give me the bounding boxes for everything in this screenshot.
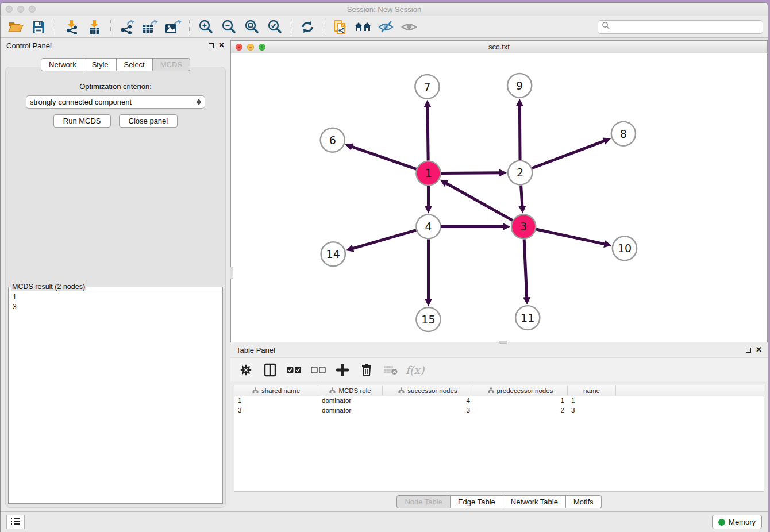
cell-successor-nodes[interactable]: 3 [383,406,473,416]
split-column-button[interactable] [261,361,279,379]
cell-successor-nodes[interactable]: 4 [383,396,473,406]
zoom-window-button[interactable] [29,6,36,13]
memory-button[interactable]: Memory [712,515,762,529]
edge-arrowhead [425,206,432,213]
graph-node-11[interactable]: 11 [515,306,540,330]
cell-name[interactable]: 3 [568,406,616,416]
cell-MCDS-role[interactable]: dominator [318,396,383,406]
zoom-selected-button[interactable] [264,18,285,36]
graph-node-3[interactable]: 3 [511,214,536,238]
home-networks-button[interactable] [353,18,374,36]
edge-1-2[interactable] [441,173,500,174]
cell-shared-name[interactable]: 3 [234,406,318,416]
edge-3-1[interactable] [446,183,513,221]
refresh-layout-button[interactable] [297,18,318,36]
graph-node-9[interactable]: 9 [507,74,532,98]
save-session-button[interactable] [28,18,49,36]
graph-node-10[interactable]: 10 [613,236,637,260]
graph-node-8[interactable]: 8 [611,122,636,146]
edge-2-3[interactable] [521,185,522,206]
import-network-button[interactable] [61,18,82,36]
mcds-result-list[interactable]: 1 3 [9,291,222,294]
tab-mcds[interactable]: MCDS [153,58,190,71]
table-toolbar: f(x) [230,357,768,381]
tab-edge-table[interactable]: Edge Table [451,495,503,508]
export-image-button[interactable] [163,18,183,36]
graph-node-6[interactable]: 6 [321,128,345,152]
tab-node-table[interactable]: Node Table [396,495,451,508]
edge-1-6[interactable] [352,147,417,169]
import-network-icon [64,20,79,34]
export-network-button[interactable] [117,18,137,36]
open-session-button[interactable] [5,18,26,36]
cell-name[interactable]: 1 [568,396,616,406]
network-window-title: scc.txt [488,43,510,51]
table-row-1[interactable]: 1dominator411 [234,396,764,406]
column-header-name[interactable]: name [568,385,616,396]
column-header-shared-name[interactable]: shared name [234,385,318,396]
run-mcds-button[interactable]: Run MCDS [53,114,111,128]
horizontal-splitter-grip[interactable] [499,341,507,344]
edge-3-10[interactable] [536,229,605,244]
column-header-MCDS-role[interactable]: MCDS role [318,385,383,396]
show-all-button[interactable] [399,18,419,36]
import-table-button[interactable] [84,18,105,36]
edge-3-11[interactable] [524,239,527,298]
deselect-columns-button[interactable] [310,361,327,379]
tab-network[interactable]: Network [41,58,84,71]
cell-predecessor-nodes[interactable]: 1 [473,396,568,406]
graph-node-15[interactable]: 15 [416,307,440,331]
edge-2-9[interactable] [519,106,520,160]
float-table-panel-icon[interactable] [746,348,751,353]
graph-node-1[interactable]: 1 [416,161,440,186]
tab-select[interactable]: Select [117,58,153,71]
cell-MCDS-role[interactable]: dominator [318,406,383,416]
hide-selected-button[interactable] [376,18,396,36]
memory-status-icon [718,519,725,526]
select-all-columns-button[interactable] [286,361,303,379]
criterion-select[interactable]: strongly connected component [26,95,205,109]
graph-node-14[interactable]: 14 [321,242,345,266]
zoom-fit-button[interactable] [241,18,262,36]
cell-shared-name[interactable]: 1 [234,396,318,406]
task-history-button[interactable] [6,515,25,529]
network-zoom-button[interactable]: + [259,44,265,51]
delete-table-button[interactable] [382,361,399,379]
edge-1-7[interactable] [428,107,428,161]
function-builder-button[interactable]: f(x) [406,361,424,379]
graph-node-2[interactable]: 2 [508,161,532,185]
edge-4-14[interactable] [353,230,417,249]
graph-node-7[interactable]: 7 [415,75,439,99]
open-folder-icon [8,20,24,34]
tab-style[interactable]: Style [84,58,117,71]
close-panel-icon[interactable]: ✕ [218,43,225,48]
network-minimize-button[interactable]: − [247,44,254,51]
svg-text:2: 2 [517,166,523,179]
column-header-predecessor-nodes[interactable]: predecessor nodes [473,385,568,396]
table-row-2[interactable]: 3dominator323 [234,406,764,416]
search-input[interactable] [613,23,759,31]
zoom-in-button[interactable] [195,18,216,36]
tab-network-table[interactable]: Network Table [503,495,566,508]
checked-boxes-icon [287,366,302,374]
zoom-out-button[interactable] [218,18,239,36]
graph-node-4[interactable]: 4 [416,214,440,238]
export-table-button[interactable] [140,18,160,36]
table-settings-button[interactable] [237,361,255,379]
svg-text:4: 4 [425,220,432,233]
column-header-successor-nodes[interactable]: successor nodes [383,385,473,396]
create-column-button[interactable] [334,361,351,379]
minimize-window-button[interactable] [17,6,24,13]
tab-motifs[interactable]: Motifs [566,495,602,508]
close-window-button[interactable] [6,6,13,13]
close-table-panel-icon[interactable]: ✕ [756,347,762,353]
close-panel-button[interactable]: Close panel [119,114,178,128]
delete-column-button[interactable] [358,361,375,379]
network-close-button[interactable]: × [236,44,242,51]
network-canvas[interactable]: 7968124314101511 [231,53,767,342]
panel-splitter-grip[interactable] [230,267,233,279]
edge-2-8[interactable] [532,141,605,168]
float-panel-icon[interactable] [209,43,214,48]
clone-network-button[interactable] [330,18,351,36]
cell-predecessor-nodes[interactable]: 2 [473,406,568,416]
